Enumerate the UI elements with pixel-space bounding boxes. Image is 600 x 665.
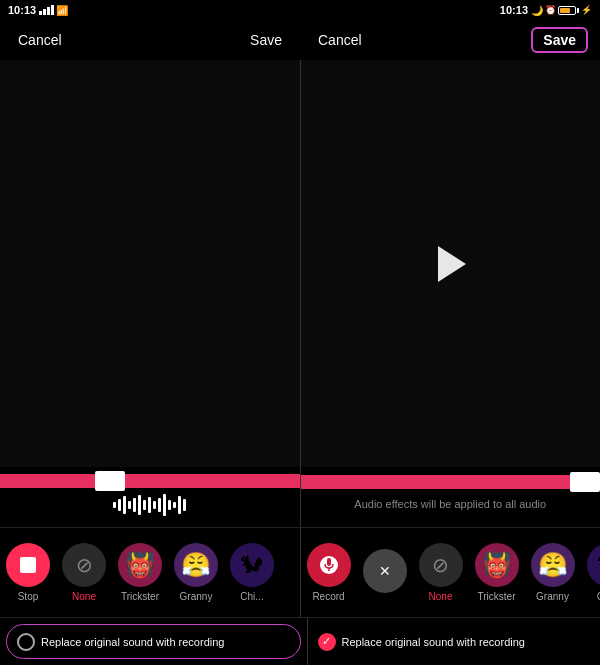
progress-area-left	[0, 467, 300, 527]
wave-bar	[113, 502, 116, 508]
record-label: Record	[312, 591, 344, 602]
alarm-icon: ⏰	[545, 5, 556, 15]
status-bar-left: 10:13 📶	[0, 0, 300, 20]
effect-record[interactable]: Record	[305, 543, 353, 602]
granny-avatar-left: 😤	[174, 543, 218, 587]
wifi-icon: 📶	[56, 5, 68, 16]
stop-label: Stop	[18, 591, 39, 602]
audio-note-text: Audio effects will be applied to all aud…	[354, 498, 546, 510]
effects-strip-right: Record ✕ ⊘ None 👹 Trickster 😤 Granny 🐿 C…	[301, 528, 601, 617]
wave-bar	[143, 500, 146, 510]
effect-trickster-left[interactable]: 👹 Trickster	[116, 543, 164, 602]
bottom-text-left: Replace original sound with recording	[41, 636, 224, 648]
effect-none-left[interactable]: ⊘ None	[60, 543, 108, 602]
wave-bar	[158, 498, 161, 512]
main-container	[0, 60, 600, 467]
granny-label-right: Granny	[536, 591, 569, 602]
none-circle-right: ⊘	[419, 543, 463, 587]
mic-icon	[320, 556, 338, 574]
header-left: Cancel Save	[0, 20, 300, 60]
effect-granny-left[interactable]: 😤 Granny	[172, 543, 220, 602]
chip-avatar-left: 🐿	[230, 543, 274, 587]
time-left: 10:13	[8, 4, 36, 16]
bottom-strip-left[interactable]: Replace original sound with recording	[6, 624, 301, 659]
effect-trickster-right[interactable]: 👹 Trickster	[473, 543, 521, 602]
chip-avatar-right: 🐿	[587, 543, 601, 587]
wave-bar	[163, 494, 166, 516]
trickster-label-left: Trickster	[121, 591, 159, 602]
trickster-avatar-left: 👹	[118, 543, 162, 587]
progress-area-right: Audio effects will be applied to all aud…	[301, 467, 601, 527]
wave-bar	[153, 501, 156, 509]
checkbox-left[interactable]	[17, 633, 35, 651]
battery-icon	[558, 6, 579, 15]
effect-x[interactable]: ✕	[361, 549, 409, 597]
progress-track-left[interactable]	[0, 474, 300, 488]
progress-areas: Audio effects will be applied to all aud…	[0, 467, 600, 527]
effect-none-right[interactable]: ⊘ None	[417, 543, 465, 602]
save-button-right[interactable]: Save	[531, 27, 588, 53]
status-bar-right: 10:13 🌙 ⏰ ⚡	[300, 0, 600, 20]
time-right: 10:13	[500, 4, 528, 16]
effects-strips: Stop ⊘ None 👹 Trickster 😤 Granny 🐿 Chi..…	[0, 527, 600, 617]
wave-bar	[173, 502, 176, 508]
wave-bar	[128, 501, 131, 509]
audio-note: Audio effects will be applied to all aud…	[301, 489, 601, 519]
wave-bar	[138, 495, 141, 515]
progress-track-right[interactable]	[301, 475, 601, 489]
granny-label-left: Granny	[180, 591, 213, 602]
moon-icon: 🌙	[531, 5, 543, 16]
wave-bar	[118, 499, 121, 511]
trickster-avatar-right: 👹	[475, 543, 519, 587]
stop-square-icon	[20, 557, 36, 573]
signal-icon	[39, 5, 54, 15]
wave-bar	[183, 499, 186, 511]
effect-granny-right[interactable]: 😤 Granny	[529, 543, 577, 602]
effect-chip-left[interactable]: 🐿 Chi...	[228, 543, 276, 602]
bottom-strip-right[interactable]: ✓ Replace original sound with recording	[308, 618, 601, 665]
none-label-right: None	[429, 591, 453, 602]
record-circle	[307, 543, 351, 587]
granny-avatar-right: 😤	[531, 543, 575, 587]
video-area-left	[0, 60, 300, 467]
x-circle: ✕	[363, 549, 407, 593]
none-circle-left: ⊘	[62, 543, 106, 587]
progress-thumb-right[interactable]	[570, 472, 600, 492]
trickster-label-right: Trickster	[478, 591, 516, 602]
effect-chip-right[interactable]: 🐿 Chi...	[585, 543, 601, 602]
header-right: Cancel Save	[300, 20, 600, 60]
play-icon	[438, 246, 466, 282]
progress-thumb-left[interactable]	[95, 471, 125, 491]
bottom-text-right: Replace original sound with recording	[342, 636, 525, 648]
cancel-button-right[interactable]: Cancel	[312, 28, 368, 52]
header-bars: Cancel Save Cancel Save	[0, 20, 600, 60]
bottom-strips: Replace original sound with recording ✓ …	[0, 617, 600, 665]
status-bars: 10:13 📶 10:13 🌙 ⏰ ⚡	[0, 0, 600, 20]
video-area-right[interactable]	[301, 60, 601, 467]
waveform	[113, 493, 186, 517]
save-button-left[interactable]: Save	[244, 28, 288, 52]
wave-bar	[168, 500, 171, 510]
none-label-left: None	[72, 591, 96, 602]
right-status-icons: 🌙 ⏰ ⚡	[531, 5, 592, 16]
wave-bar	[178, 496, 181, 514]
chip-label-left: Chi...	[240, 591, 263, 602]
wave-bar	[133, 498, 136, 512]
checkbox-right[interactable]: ✓	[318, 633, 336, 651]
wave-bar	[148, 497, 151, 513]
svg-rect-0	[327, 558, 331, 566]
left-status-icons: 📶	[39, 5, 68, 16]
stop-circle	[6, 543, 50, 587]
cancel-button-left[interactable]: Cancel	[12, 28, 68, 52]
effects-strip-left: Stop ⊘ None 👹 Trickster 😤 Granny 🐿 Chi..…	[0, 528, 300, 617]
wave-bar	[123, 496, 126, 514]
checkmark-icon: ✓	[322, 635, 331, 648]
charging-icon: ⚡	[581, 5, 592, 15]
waveform-area	[0, 490, 300, 520]
effect-stop[interactable]: Stop	[4, 543, 52, 602]
